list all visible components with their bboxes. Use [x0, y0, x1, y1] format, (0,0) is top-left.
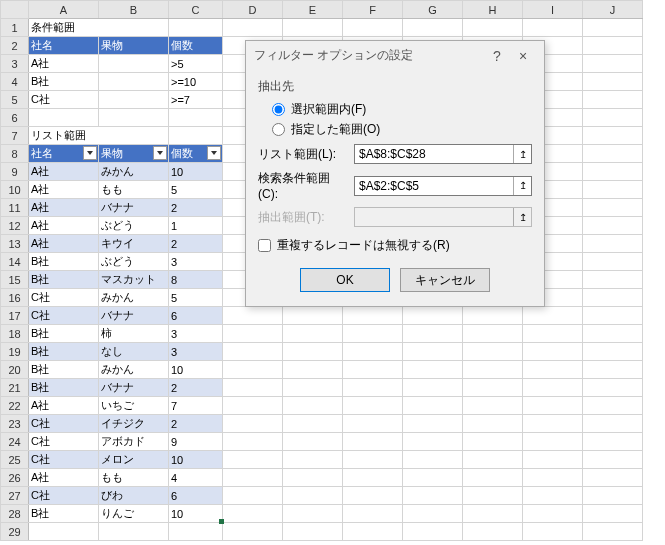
cell[interactable]: 2	[169, 199, 223, 217]
cell[interactable]: いちご	[99, 397, 169, 415]
row-header[interactable]: 21	[1, 379, 29, 397]
row-header[interactable]: 19	[1, 343, 29, 361]
radio-input[interactable]	[272, 123, 285, 136]
cell[interactable]: >5	[169, 55, 223, 73]
dialog-titlebar[interactable]: フィルター オプションの設定 ? ×	[246, 41, 544, 70]
row-header[interactable]: 14	[1, 253, 29, 271]
cell[interactable]: 2	[169, 235, 223, 253]
cell[interactable]: 10	[169, 361, 223, 379]
cell[interactable]: 2	[169, 415, 223, 433]
row-header[interactable]: 29	[1, 523, 29, 541]
cell[interactable]: りんご	[99, 505, 169, 523]
cell[interactable]: 10	[169, 505, 223, 523]
cell[interactable]	[99, 73, 169, 91]
cell[interactable]: A社	[29, 469, 99, 487]
row-header[interactable]: 22	[1, 397, 29, 415]
row-header[interactable]: 15	[1, 271, 29, 289]
row-header[interactable]: 27	[1, 487, 29, 505]
criteria-range-input[interactable]	[355, 177, 513, 195]
row-header[interactable]: 4	[1, 73, 29, 91]
filter-dropdown-icon[interactable]	[83, 146, 97, 160]
cell[interactable]: B社	[29, 343, 99, 361]
cell[interactable]: バナナ	[99, 199, 169, 217]
row-header[interactable]: 8	[1, 145, 29, 163]
radio-copy-to[interactable]: 指定した範囲(O)	[272, 121, 532, 138]
cell[interactable]: B社	[29, 379, 99, 397]
cell[interactable]: 5	[169, 289, 223, 307]
row-header[interactable]: 20	[1, 361, 29, 379]
range-picker-icon[interactable]: ↥	[513, 208, 531, 226]
row-header[interactable]: 10	[1, 181, 29, 199]
cell[interactable]: もも	[99, 469, 169, 487]
cell[interactable]: もも	[99, 181, 169, 199]
table-header[interactable]: 個数	[169, 145, 223, 163]
row-header[interactable]: 12	[1, 217, 29, 235]
checkbox-input[interactable]	[258, 239, 271, 252]
table-header[interactable]: 社名	[29, 145, 99, 163]
cell[interactable]: C社	[29, 451, 99, 469]
row-header[interactable]: 9	[1, 163, 29, 181]
radio-input[interactable]	[272, 103, 285, 116]
col-header[interactable]: I	[523, 1, 583, 19]
table-header[interactable]: 社名	[29, 37, 99, 55]
cell[interactable]: A社	[29, 235, 99, 253]
cell[interactable]: 10	[169, 451, 223, 469]
cell[interactable]: C社	[29, 415, 99, 433]
cell[interactable]: 5	[169, 181, 223, 199]
col-header[interactable]: B	[99, 1, 169, 19]
cell[interactable]: キウイ	[99, 235, 169, 253]
cell[interactable]: ぶどう	[99, 217, 169, 235]
ok-button[interactable]: OK	[300, 268, 390, 292]
cell[interactable]: 7	[169, 397, 223, 415]
row-header[interactable]: 24	[1, 433, 29, 451]
help-button[interactable]: ?	[484, 48, 510, 64]
cell[interactable]: >=7	[169, 91, 223, 109]
row-header[interactable]: 17	[1, 307, 29, 325]
cell[interactable]: 1	[169, 217, 223, 235]
cell[interactable]: リスト範囲	[29, 127, 169, 145]
cell[interactable]: C社	[29, 91, 99, 109]
row-header[interactable]: 13	[1, 235, 29, 253]
table-header[interactable]: 果物	[99, 37, 169, 55]
cell[interactable]: 4	[169, 469, 223, 487]
cell[interactable]: B社	[29, 325, 99, 343]
cell[interactable]: A社	[29, 199, 99, 217]
cell[interactable]: 10	[169, 163, 223, 181]
row-header[interactable]: 16	[1, 289, 29, 307]
row-header[interactable]: 2	[1, 37, 29, 55]
cell[interactable]: 3	[169, 343, 223, 361]
cell[interactable]: A社	[29, 397, 99, 415]
row-header[interactable]: 25	[1, 451, 29, 469]
cell[interactable]: 8	[169, 271, 223, 289]
cell[interactable]: B社	[29, 271, 99, 289]
cell[interactable]	[99, 91, 169, 109]
col-header[interactable]: H	[463, 1, 523, 19]
row-header[interactable]: 5	[1, 91, 29, 109]
filter-dropdown-icon[interactable]	[153, 146, 167, 160]
cell[interactable]: B社	[29, 361, 99, 379]
col-header[interactable]: J	[583, 1, 643, 19]
cell[interactable]: B社	[29, 253, 99, 271]
cell[interactable]: B社	[29, 73, 99, 91]
row-header[interactable]: 3	[1, 55, 29, 73]
cell[interactable]: A社	[29, 163, 99, 181]
filter-dropdown-icon[interactable]	[207, 146, 221, 160]
table-header[interactable]: 個数	[169, 37, 223, 55]
row-header[interactable]: 7	[1, 127, 29, 145]
col-header[interactable]: E	[283, 1, 343, 19]
cell[interactable]: 9	[169, 433, 223, 451]
col-header[interactable]: C	[169, 1, 223, 19]
fill-handle[interactable]	[219, 519, 224, 524]
range-picker-icon[interactable]: ↥	[513, 145, 531, 163]
cell[interactable]: なし	[99, 343, 169, 361]
col-header[interactable]: D	[223, 1, 283, 19]
cell[interactable]: 2	[169, 379, 223, 397]
cell[interactable]: >=10	[169, 73, 223, 91]
cell[interactable]	[99, 55, 169, 73]
cell[interactable]: アボカド	[99, 433, 169, 451]
cell[interactable]: C社	[29, 433, 99, 451]
cell[interactable]: イチジク	[99, 415, 169, 433]
cell[interactable]: みかん	[99, 289, 169, 307]
cancel-button[interactable]: キャンセル	[400, 268, 490, 292]
cell[interactable]: 6	[169, 307, 223, 325]
